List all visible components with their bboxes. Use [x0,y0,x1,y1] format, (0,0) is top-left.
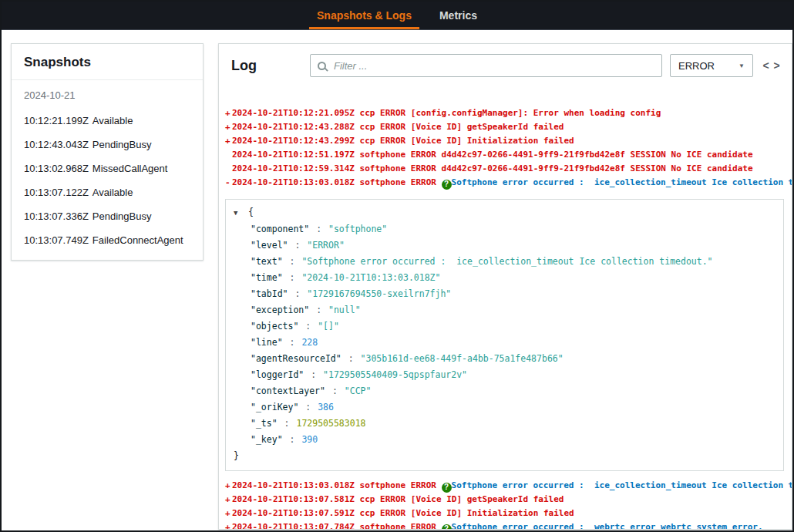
log-entry[interactable]: +2024-10-21T10:12:43.299Z ccp ERROR [Voi… [225,134,786,148]
log-entry[interactable]: 2024-10-21T10:12:59.314Z softphone ERROR… [225,162,786,176]
snapshot-time: 10:12:21.199Z [24,115,89,126]
log-entry-meta: 2024-10-21T10:12:51.197Z softphone ERROR [232,150,436,160]
json-row: loggerId : 1729505540409-5qpspfaur2v [234,367,775,383]
log-entry-meta: 2024-10-21T10:13:03.018Z softphone ERROR [232,177,436,187]
snapshot-item[interactable]: 10:13:07.336ZPendingBusy [12,204,203,228]
snapshot-item[interactable]: 10:13:02.968ZMissedCallAgent [12,157,203,180]
snapshot-state: MissedCallAgent [93,163,168,174]
snapshots-title: Snapshots [12,44,203,80]
expand-toggle[interactable]: + [225,479,232,493]
log-entry[interactable]: +2024-10-21T10:12:21.095Z ccp ERROR [con… [225,106,786,120]
snapshots-date: 2024-10-21 [12,80,203,106]
snapshot-state: Available [93,187,133,198]
log-entry-meta: 2024-10-21T10:13:07.591Z ccp ERROR [232,508,405,518]
help-icon[interactable]: ? [442,524,452,530]
snapshot-time: 10:13:07.122Z [24,187,89,198]
json-row: level : ERROR [234,237,775,254]
snapshots-panel: Snapshots 2024-10-21 10:12:21.199ZAvaila… [11,43,204,261]
close-brace: } [234,448,775,464]
filter-input[interactable] [332,59,654,72]
json-row: line : 228 [234,335,775,351]
json-row: text : Softphone error occurred : ice_co… [234,254,775,270]
snapshot-list: 10:12:21.199ZAvailable 10:12:43.043ZPend… [12,106,203,252]
json-row: agentResourceId : 305b161d-ee68-449f-a4b… [234,351,775,367]
expand-toggle[interactable]: + [225,120,232,134]
nav-tabs: Snapshots & Logs Metrics [303,2,491,29]
log-entry-message: Softphone error occurred : ice_collectio… [452,480,792,490]
filter-input-wrapper [310,54,662,77]
log-entry-meta: 2024-10-21T10:12:43.299Z ccp ERROR [232,136,405,146]
log-entry-meta: 2024-10-21T10:13:07.784Z softphone ERROR [232,522,436,530]
json-row: exception : null [234,302,775,318]
snapshot-state: PendingBusy [93,210,152,222]
log-entry-meta: 2024-10-21T10:12:21.095Z ccp ERROR [232,108,405,118]
log-entry-message: d4d42c97-0266-4491-9ff9-21f9fbd42e8f SES… [442,150,753,160]
expand-toggle[interactable]: - [225,176,232,190]
snapshot-item[interactable]: 10:12:43.043ZPendingBusy [12,133,203,157]
json-row: tabId : 1729167694550-sxeilrn7fjh [234,286,775,302]
log-header: Log ERROR ▼ < > [219,44,792,86]
snapshot-time: 10:12:43.043Z [24,139,89,150]
json-row: component : softphone [234,221,775,237]
snapshot-item[interactable]: 10:13:07.122ZAvailable [12,180,203,204]
log-entry-message: [Voice ID] getSpeakerId failed [411,122,564,132]
log-entry[interactable]: +2024-10-21T10:13:07.784Z softphone ERRO… [225,520,786,530]
log-entry[interactable]: +2024-10-21T10:13:07.581Z ccp ERROR [Voi… [225,493,786,507]
json-row: _key : 390 [234,432,775,448]
top-nav: Snapshots & Logs Metrics [2,2,792,30]
json-row: time : 2024-10-21T10:13:03.018Z [234,270,775,286]
snapshot-time: 10:13:02.968Z [24,163,89,174]
log-entry-meta: 2024-10-21T10:12:43.288Z ccp ERROR [232,122,405,132]
code-toggle-icon[interactable]: < > [761,59,782,72]
expand-toggle[interactable]: + [225,106,232,120]
log-entry-meta: 2024-10-21T10:12:59.314Z softphone ERROR [232,163,436,173]
expand-toggle[interactable]: + [225,520,232,530]
log-title: Log [231,58,302,74]
log-detail-json: ▼ { component : softphone level : ERROR … [225,199,784,471]
expand-toggle[interactable]: + [225,134,232,148]
json-row: contextLayer : CCP [234,383,775,399]
log-entry-meta: 2024-10-21T10:13:07.581Z ccp ERROR [232,494,405,504]
log-entry-message: d4d42c97-0266-4491-9ff9-21f9fbd42e8f SES… [442,163,753,173]
log-entry-message: [Voice ID] Initialization failed [411,508,574,518]
snapshot-item[interactable]: 10:12:21.199ZAvailable [12,109,203,133]
open-brace: { [248,207,254,217]
log-entry[interactable]: +2024-10-21T10:13:03.018Z softphone ERRO… [225,479,786,493]
collapse-triangle-icon[interactable]: ▼ [234,205,243,221]
log-body: +2024-10-21T10:12:21.095Z ccp ERROR [con… [219,86,792,530]
snapshot-time: 10:13:07.749Z [24,234,89,246]
log-entry-message: [config.configManager]: Error when loadi… [411,108,661,118]
json-row: objects : [] [234,318,775,335]
snapshot-state: Available [93,115,133,126]
json-open-line: ▼ { [234,204,775,221]
tab-metrics[interactable]: Metrics [426,2,491,29]
log-entry[interactable]: +2024-10-21T10:13:07.591Z ccp ERROR [Voi… [225,507,786,520]
help-icon[interactable]: ? [442,180,452,190]
log-level-select[interactable]: ERROR ▼ [670,54,753,77]
log-entry-message: Softphone error occurred : webrtc_error … [452,522,763,530]
tab-snapshots-logs[interactable]: Snapshots & Logs [303,2,426,29]
json-row: _oriKey : 386 [234,399,775,416]
snapshot-state: PendingBusy [93,139,152,150]
log-panel: Log ERROR ▼ < > +2024-10-21T10:12:21.095… [218,43,792,530]
chevron-down-icon: ▼ [738,62,745,69]
log-entry[interactable]: 2024-10-21T10:12:51.197Z softphone ERROR… [225,148,786,162]
snapshot-state: FailedConnectAgent [93,234,183,246]
log-entry-message: Softphone error occurred : ice_collectio… [452,177,792,187]
help-icon[interactable]: ? [442,483,452,493]
snapshot-time: 10:13:07.336Z [24,210,89,222]
content-area: Snapshots 2024-10-21 10:12:21.199ZAvaila… [2,30,792,530]
expand-toggle[interactable]: + [225,493,232,507]
json-row: _ts : 1729505583018 [234,416,775,432]
log-level-value: ERROR [678,60,715,72]
log-entry-meta: 2024-10-21T10:13:03.018Z softphone ERROR [232,480,436,490]
log-entry[interactable]: -2024-10-21T10:13:03.018Z softphone ERRO… [225,176,786,190]
log-entry-message: [Voice ID] Initialization failed [411,136,574,146]
log-entry[interactable]: +2024-10-21T10:12:43.288Z ccp ERROR [Voi… [225,120,786,134]
snapshot-item[interactable]: 10:13:07.749ZFailedConnectAgent [12,228,203,252]
search-icon [318,62,326,70]
log-entry-message: [Voice ID] getSpeakerId failed [411,494,564,504]
expand-toggle[interactable]: + [225,507,232,520]
app-window: Snapshots & Logs Metrics Snapshots 2024-… [0,0,794,532]
